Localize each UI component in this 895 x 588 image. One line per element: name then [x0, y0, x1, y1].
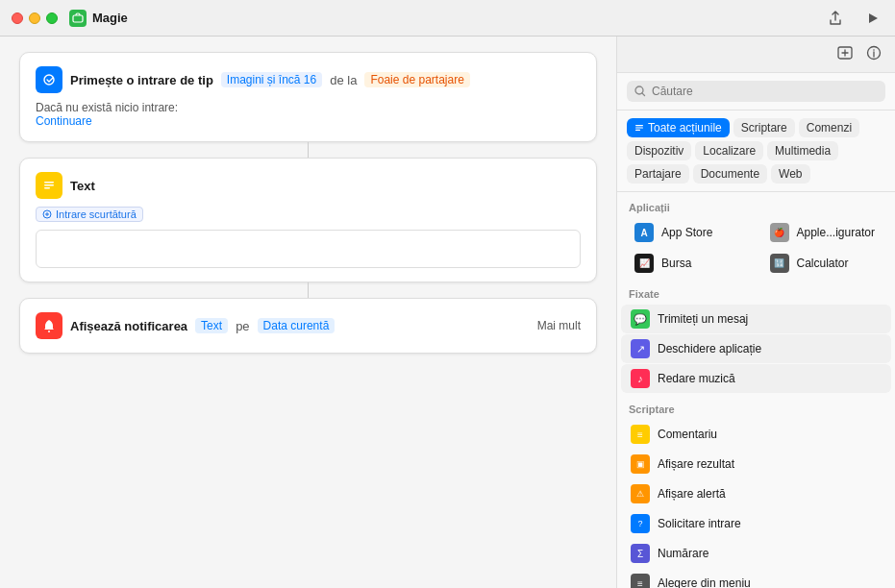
text-card: Text Intrare scurtătură — [19, 158, 597, 282]
sidebar-item-calculator[interactable]: 🔢 Calculator — [760, 249, 888, 278]
svg-rect-2 — [44, 182, 54, 184]
text-card-label: Text — [70, 179, 95, 193]
shortcut-tag: Intrare scurtătură — [36, 207, 143, 222]
chip-localizare[interactable]: Localizare — [695, 141, 763, 160]
solicitare-icon: ? — [631, 514, 650, 533]
chip-dispozitiv[interactable]: Dispozitiv — [627, 141, 691, 160]
search-input[interactable] — [652, 85, 878, 98]
sidebar-item-appleconfigurator[interactable]: 🍎 Apple...igurator — [760, 218, 888, 247]
chip-web-label: Web — [779, 167, 802, 181]
sidebar-item-afisare-alerta[interactable]: ⚠ Afișare alertă — [621, 479, 891, 508]
chip-scriptare-label: Scriptare — [741, 121, 787, 135]
text-input-area[interactable] — [36, 230, 581, 268]
redare-label: Redare muzică — [658, 372, 735, 385]
section-fixate: Fixate — [617, 279, 895, 304]
sidebar-item-bursa[interactable]: 📈 Bursa — [625, 249, 753, 278]
input-from-label: de la — [330, 73, 357, 87]
trimiteti-label: Trimiteți un mesaj — [658, 312, 748, 326]
bursa-label: Bursa — [661, 257, 691, 270]
input-type-tag[interactable]: Imagini și încă 16 — [221, 72, 322, 87]
text-card-header: Text — [36, 172, 581, 199]
notify-card-header: Afișează notificarea Text pe Data curent… — [36, 312, 581, 339]
chip-web[interactable]: Web — [771, 164, 809, 184]
numarare-icon: Σ — [631, 544, 650, 563]
chip-partajare-label: Partajare — [634, 167, 682, 181]
deschidere-label: Deschidere aplicație — [658, 342, 761, 355]
section-scriptare: Scriptare — [617, 394, 895, 419]
alegere-label: Alegere din meniu — [658, 576, 751, 588]
sidebar-info-button[interactable] — [864, 43, 883, 66]
chip-documente-label: Documente — [701, 167, 759, 181]
chip-documente[interactable]: Documente — [693, 164, 767, 184]
appleconfigurator-icon: 🍎 — [770, 223, 789, 242]
search-input-wrap[interactable] — [627, 81, 885, 102]
chip-multimedia-label: Multimedia — [775, 144, 831, 158]
afisare-rezultat-label: Afișare rezultat — [658, 457, 734, 471]
calculator-icon: 🔢 — [770, 254, 789, 273]
sidebar: Toate acțiunile Scriptare Comenzi Dispoz… — [616, 37, 895, 588]
input-source-tag[interactable]: Foaie de partajare — [364, 72, 469, 87]
redare-icon: ♪ — [631, 369, 650, 388]
bursa-icon: 📈 — [634, 254, 654, 273]
calculator-label: Calculator — [797, 257, 849, 270]
svg-point-1 — [44, 75, 54, 85]
chip-all[interactable]: Toate acțiunile — [627, 118, 730, 137]
maximize-button[interactable] — [46, 12, 58, 24]
input-card-label: Primește o intrare de tip — [70, 73, 213, 87]
numarare-label: Numărare — [658, 547, 709, 560]
chip-scriptare[interactable]: Scriptare — [733, 118, 795, 137]
sidebar-item-deschidere[interactable]: ↗ Deschidere aplicație — [621, 334, 891, 363]
chip-partajare[interactable]: Partajare — [627, 164, 689, 184]
sidebar-item-redare[interactable]: ♪ Redare muzică — [621, 364, 891, 393]
solicitare-label: Solicitare intrare — [658, 517, 741, 530]
chip-comenzi-label: Comenzi — [807, 121, 852, 135]
input-action-link[interactable]: Continuare — [36, 114, 92, 128]
play-button[interactable] — [862, 10, 883, 27]
sidebar-item-trimiteti[interactable]: 💬 Trimiteți un mesaj — [621, 305, 891, 333]
traffic-lights — [12, 12, 58, 24]
sidebar-header — [617, 37, 895, 73]
trimiteti-icon: 💬 — [631, 309, 650, 329]
sidebar-item-appstore[interactable]: A App Store — [625, 218, 753, 247]
sidebar-item-comentariu[interactable]: ≡ Comentariu — [621, 420, 891, 449]
comentariu-label: Comentariu — [658, 428, 717, 441]
deschidere-icon: ↗ — [631, 339, 650, 358]
sidebar-item-numarare[interactable]: Σ Numărare — [621, 539, 891, 568]
svg-point-6 — [48, 331, 50, 332]
text-icon — [36, 172, 62, 199]
app-title: Magie — [92, 11, 824, 25]
chip-localizare-label: Localizare — [703, 144, 756, 158]
close-button[interactable] — [12, 12, 23, 24]
sidebar-add-button[interactable] — [835, 43, 855, 66]
svg-point-9 — [873, 49, 875, 51]
appleconfigurator-label: Apple...igurator — [797, 226, 875, 239]
appstore-label: App Store — [661, 226, 712, 239]
svg-rect-11 — [635, 125, 643, 126]
search-bar — [617, 73, 895, 110]
sidebar-item-alegere[interactable]: ≡ Alegere din meniu — [621, 569, 891, 588]
share-button[interactable] — [824, 9, 847, 28]
aplicatii-grid: A App Store 🍎 Apple...igurator 📈 Bursa 🔢… — [617, 217, 895, 279]
chip-comenzi[interactable]: Comenzi — [799, 118, 859, 137]
sidebar-item-afisare-rezultat[interactable]: ▣ Afișare rezultat — [621, 450, 891, 478]
alegere-icon: ≡ — [631, 574, 650, 588]
shortcut-label: Intrare scurtătură — [56, 208, 137, 220]
notify-date-tag[interactable]: Data curentă — [258, 318, 336, 333]
titlebar: Magie — [0, 0, 895, 37]
app-icon — [69, 10, 87, 27]
titlebar-actions — [824, 9, 883, 28]
afisare-alerta-label: Afișare alertă — [658, 487, 726, 501]
minimize-button[interactable] — [29, 12, 40, 24]
chip-multimedia[interactable]: Multimedia — [767, 141, 838, 160]
sidebar-item-solicitare[interactable]: ? Solicitare intrare — [621, 509, 891, 538]
chip-all-label: Toate acțiunile — [648, 121, 722, 135]
afisare-alerta-icon: ⚠ — [631, 484, 650, 503]
main-content: Primește o intrare de tip Imagini și înc… — [0, 37, 895, 588]
input-card: Primește o intrare de tip Imagini și înc… — [19, 52, 597, 142]
notify-card: Afișează notificarea Text pe Data curent… — [19, 298, 597, 354]
notify-more-label[interactable]: Mai mult — [537, 319, 581, 332]
notify-text-tag[interactable]: Text — [195, 318, 228, 333]
notify-on-label: pe — [236, 319, 249, 333]
chip-dispozitiv-label: Dispozitiv — [634, 144, 684, 158]
svg-rect-13 — [635, 130, 640, 131]
